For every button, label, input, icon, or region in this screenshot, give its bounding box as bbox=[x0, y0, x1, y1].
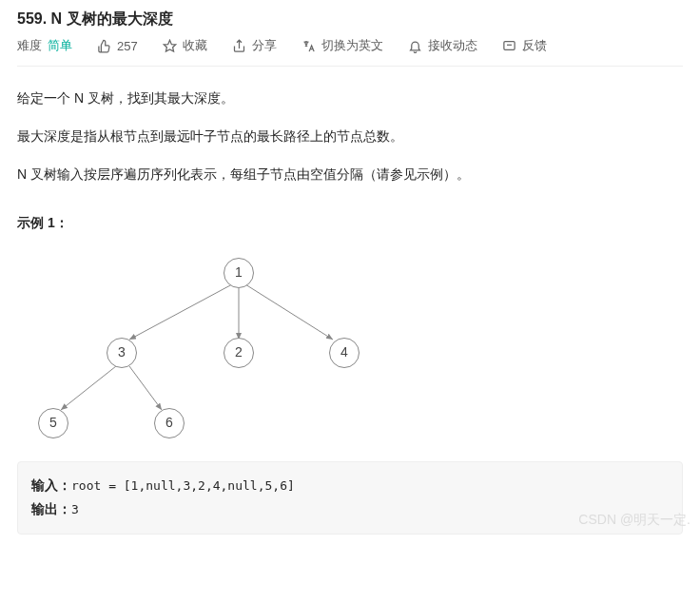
like-button[interactable]: 257 bbox=[97, 39, 138, 53]
svg-line-6 bbox=[129, 366, 162, 410]
tree-diagram: 1 3 2 4 5 6 bbox=[17, 252, 379, 442]
desc-p1: 给定一个 N 叉树，找到其最大深度。 bbox=[17, 88, 683, 110]
like-count: 257 bbox=[117, 39, 138, 53]
output-label: 输出： bbox=[31, 501, 71, 516]
tree-node-4: 4 bbox=[329, 338, 360, 368]
favorite-label: 收藏 bbox=[183, 37, 207, 54]
input-line: 输入：root = [1,null,3,2,4,null,5,6] bbox=[31, 474, 669, 497]
description: 给定一个 N 叉树，找到其最大深度。 最大深度是指从根节点到最远叶子节点的最长路… bbox=[17, 67, 683, 535]
favorite-button[interactable]: 收藏 bbox=[163, 37, 207, 54]
thumbs-up-icon bbox=[97, 39, 111, 53]
svg-marker-0 bbox=[164, 40, 176, 51]
tree-node-5: 5 bbox=[38, 408, 68, 438]
share-label: 分享 bbox=[252, 37, 277, 54]
difficulty-value: 简单 bbox=[48, 37, 72, 54]
notify-button[interactable]: 接收动态 bbox=[408, 37, 477, 54]
svg-line-4 bbox=[245, 284, 333, 340]
example-io: 输入：root = [1,null,3,2,4,null,5,6] 输出：3 bbox=[17, 461, 683, 534]
difficulty-label: 难度 bbox=[17, 37, 42, 54]
tree-node-1: 1 bbox=[224, 258, 254, 288]
tree-node-3: 3 bbox=[107, 338, 137, 368]
svg-line-5 bbox=[61, 366, 116, 410]
tree-node-6: 6 bbox=[154, 408, 185, 438]
input-code: root = [1,null,3,2,4,null,5,6] bbox=[71, 478, 295, 493]
desc-p3: N 叉树输入按层序遍历序列化表示，每组子节点由空值分隔（请参见示例）。 bbox=[17, 164, 683, 186]
output-line: 输出：3 bbox=[31, 497, 669, 521]
feedback-button[interactable]: 反馈 bbox=[502, 37, 547, 54]
output-value: 3 bbox=[71, 502, 79, 516]
star-icon bbox=[163, 39, 177, 53]
share-icon bbox=[232, 39, 246, 53]
translate-icon bbox=[301, 39, 316, 53]
tree-node-2: 2 bbox=[224, 338, 254, 368]
difficulty: 难度 简单 bbox=[17, 37, 72, 54]
message-icon bbox=[502, 39, 516, 53]
feedback-label: 反馈 bbox=[522, 37, 547, 54]
page-title: 559. N 叉树的最大深度 bbox=[17, 0, 683, 37]
meta-row: 难度 简单 257 收藏 分享 切换为英文 接收动态 反馈 bbox=[17, 37, 683, 67]
bell-icon bbox=[408, 39, 422, 53]
switch-lang-button[interactable]: 切换为英文 bbox=[301, 37, 383, 54]
desc-p2: 最大深度是指从根节点到最远叶子节点的最长路径上的节点总数。 bbox=[17, 126, 683, 148]
input-label: 输入： bbox=[31, 477, 71, 493]
example-heading: 示例 1： bbox=[17, 212, 683, 235]
share-button[interactable]: 分享 bbox=[232, 37, 277, 54]
switch-lang-label: 切换为英文 bbox=[321, 37, 383, 54]
notify-label: 接收动态 bbox=[428, 37, 477, 54]
svg-line-2 bbox=[129, 284, 232, 340]
